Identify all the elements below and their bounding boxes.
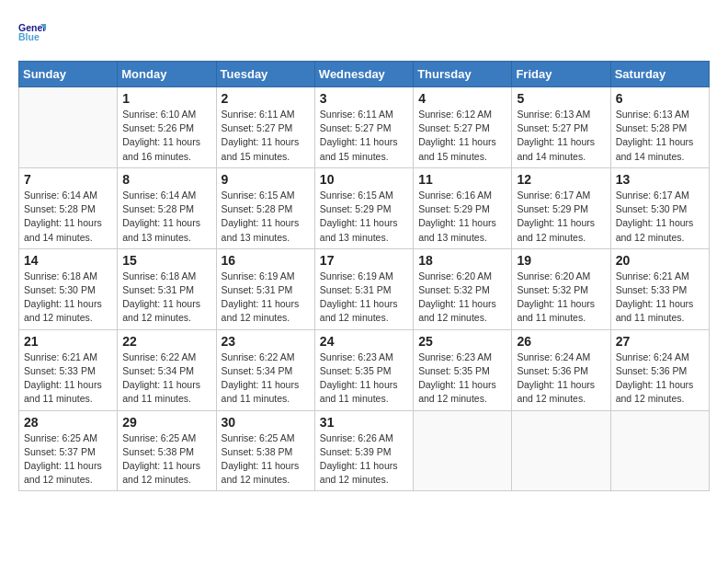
calendar-week-row: 7Sunrise: 6:14 AMSunset: 5:28 PMDaylight… (19, 167, 710, 248)
calendar-day-cell: 3Sunrise: 6:11 AMSunset: 5:27 PMDaylight… (314, 87, 413, 168)
svg-text:Blue: Blue (18, 31, 40, 42)
day-info: Sunrise: 6:14 AMSunset: 5:28 PMDaylight:… (24, 189, 112, 245)
day-info: Sunrise: 6:22 AMSunset: 5:34 PMDaylight:… (222, 350, 310, 407)
calendar-day-cell: 26Sunrise: 6:24 AMSunset: 5:36 PMDayligh… (512, 329, 610, 410)
day-number: 4 (418, 91, 506, 106)
calendar-day-cell (414, 410, 512, 491)
day-number: 28 (24, 415, 112, 430)
day-number: 2 (222, 91, 310, 106)
calendar-day-cell: 17Sunrise: 6:19 AMSunset: 5:31 PMDayligh… (314, 248, 413, 329)
calendar-day-cell: 12Sunrise: 6:17 AMSunset: 5:29 PMDayligh… (512, 167, 610, 248)
calendar-day-cell: 23Sunrise: 6:22 AMSunset: 5:34 PMDayligh… (216, 329, 314, 410)
day-number: 26 (517, 334, 605, 349)
weekday-header-row: SundayMondayTuesdayWednesdayThursdayFrid… (19, 62, 710, 87)
day-info: Sunrise: 6:24 AMSunset: 5:36 PMDaylight:… (616, 350, 704, 407)
day-number: 9 (222, 172, 310, 187)
day-info: Sunrise: 6:20 AMSunset: 5:32 PMDaylight:… (517, 270, 605, 326)
calendar-day-cell: 10Sunrise: 6:15 AMSunset: 5:29 PMDayligh… (314, 167, 413, 248)
day-number: 15 (122, 253, 210, 268)
calendar-body: 1Sunrise: 6:10 AMSunset: 5:26 PMDaylight… (19, 87, 710, 491)
calendar-day-cell: 21Sunrise: 6:21 AMSunset: 5:33 PMDayligh… (19, 329, 118, 410)
calendar-week-row: 1Sunrise: 6:10 AMSunset: 5:26 PMDaylight… (19, 87, 710, 168)
logo-icon: General Blue (18, 18, 46, 46)
day-info: Sunrise: 6:21 AMSunset: 5:33 PMDaylight:… (24, 350, 112, 407)
calendar-day-cell: 9Sunrise: 6:15 AMSunset: 5:28 PMDaylight… (216, 167, 314, 248)
day-info: Sunrise: 6:17 AMSunset: 5:30 PMDaylight:… (616, 189, 704, 245)
weekday-header-cell: Sunday (19, 62, 118, 87)
day-info: Sunrise: 6:16 AMSunset: 5:29 PMDaylight:… (418, 189, 506, 245)
calendar-day-cell (19, 87, 118, 168)
day-number: 29 (122, 415, 210, 430)
day-number: 12 (517, 172, 605, 187)
day-number: 7 (24, 172, 112, 187)
weekday-header-cell: Monday (118, 62, 216, 87)
day-info: Sunrise: 6:22 AMSunset: 5:34 PMDaylight:… (122, 350, 210, 407)
calendar-day-cell: 20Sunrise: 6:21 AMSunset: 5:33 PMDayligh… (610, 248, 709, 329)
day-info: Sunrise: 6:23 AMSunset: 5:35 PMDaylight:… (320, 350, 408, 407)
day-info: Sunrise: 6:13 AMSunset: 5:27 PMDaylight:… (517, 108, 605, 164)
day-number: 25 (418, 334, 506, 349)
calendar-day-cell: 18Sunrise: 6:20 AMSunset: 5:32 PMDayligh… (414, 248, 512, 329)
calendar-day-cell: 2Sunrise: 6:11 AMSunset: 5:27 PMDaylight… (216, 87, 314, 168)
calendar-day-cell: 6Sunrise: 6:13 AMSunset: 5:28 PMDaylight… (610, 87, 709, 168)
calendar-day-cell: 5Sunrise: 6:13 AMSunset: 5:27 PMDaylight… (512, 87, 610, 168)
calendar-day-cell: 24Sunrise: 6:23 AMSunset: 5:35 PMDayligh… (314, 329, 413, 410)
day-info: Sunrise: 6:11 AMSunset: 5:27 PMDaylight:… (320, 108, 408, 164)
day-number: 20 (616, 253, 704, 268)
day-number: 19 (517, 253, 605, 268)
day-number: 21 (24, 334, 112, 349)
day-number: 6 (616, 91, 704, 106)
day-info: Sunrise: 6:19 AMSunset: 5:31 PMDaylight:… (320, 270, 408, 326)
day-number: 16 (222, 253, 310, 268)
calendar-day-cell: 8Sunrise: 6:14 AMSunset: 5:28 PMDaylight… (118, 167, 216, 248)
calendar-day-cell: 29Sunrise: 6:25 AMSunset: 5:38 PMDayligh… (118, 410, 216, 491)
calendar-day-cell: 31Sunrise: 6:26 AMSunset: 5:39 PMDayligh… (314, 410, 413, 491)
calendar-week-row: 28Sunrise: 6:25 AMSunset: 5:37 PMDayligh… (19, 410, 710, 491)
day-info: Sunrise: 6:21 AMSunset: 5:33 PMDaylight:… (616, 270, 704, 326)
day-info: Sunrise: 6:10 AMSunset: 5:26 PMDaylight:… (122, 108, 210, 164)
day-info: Sunrise: 6:12 AMSunset: 5:27 PMDaylight:… (418, 108, 506, 164)
day-info: Sunrise: 6:13 AMSunset: 5:28 PMDaylight:… (616, 108, 704, 164)
calendar-day-cell: 30Sunrise: 6:25 AMSunset: 5:38 PMDayligh… (216, 410, 314, 491)
day-info: Sunrise: 6:24 AMSunset: 5:36 PMDaylight:… (517, 350, 605, 407)
day-info: Sunrise: 6:15 AMSunset: 5:28 PMDaylight:… (222, 189, 310, 245)
day-number: 23 (222, 334, 310, 349)
day-info: Sunrise: 6:18 AMSunset: 5:30 PMDaylight:… (24, 270, 112, 326)
day-number: 3 (320, 91, 408, 106)
day-info: Sunrise: 6:20 AMSunset: 5:32 PMDaylight:… (418, 270, 506, 326)
weekday-header-cell: Saturday (610, 62, 709, 87)
day-info: Sunrise: 6:17 AMSunset: 5:29 PMDaylight:… (517, 189, 605, 245)
day-info: Sunrise: 6:11 AMSunset: 5:27 PMDaylight:… (222, 108, 310, 164)
day-info: Sunrise: 6:15 AMSunset: 5:29 PMDaylight:… (320, 189, 408, 245)
weekday-header-cell: Tuesday (216, 62, 314, 87)
calendar-day-cell: 15Sunrise: 6:18 AMSunset: 5:31 PMDayligh… (118, 248, 216, 329)
day-number: 14 (24, 253, 112, 268)
day-number: 13 (616, 172, 704, 187)
calendar-day-cell: 19Sunrise: 6:20 AMSunset: 5:32 PMDayligh… (512, 248, 610, 329)
day-number: 11 (418, 172, 506, 187)
calendar-day-cell: 25Sunrise: 6:23 AMSunset: 5:35 PMDayligh… (414, 329, 512, 410)
calendar-day-cell: 28Sunrise: 6:25 AMSunset: 5:37 PMDayligh… (19, 410, 118, 491)
day-number: 31 (320, 415, 408, 430)
day-number: 5 (517, 91, 605, 106)
day-info: Sunrise: 6:25 AMSunset: 5:38 PMDaylight:… (122, 431, 210, 488)
calendar-day-cell: 11Sunrise: 6:16 AMSunset: 5:29 PMDayligh… (414, 167, 512, 248)
calendar-day-cell (512, 410, 610, 491)
weekday-header-cell: Friday (512, 62, 610, 87)
weekday-header-cell: Thursday (414, 62, 512, 87)
day-number: 24 (320, 334, 408, 349)
day-info: Sunrise: 6:18 AMSunset: 5:31 PMDaylight:… (122, 270, 210, 326)
day-number: 10 (320, 172, 408, 187)
calendar-day-cell: 14Sunrise: 6:18 AMSunset: 5:30 PMDayligh… (19, 248, 118, 329)
calendar-week-row: 14Sunrise: 6:18 AMSunset: 5:30 PMDayligh… (19, 248, 710, 329)
calendar-table: SundayMondayTuesdayWednesdayThursdayFrid… (18, 61, 710, 491)
calendar-day-cell: 1Sunrise: 6:10 AMSunset: 5:26 PMDaylight… (118, 87, 216, 168)
calendar-day-cell: 13Sunrise: 6:17 AMSunset: 5:30 PMDayligh… (610, 167, 709, 248)
day-number: 30 (222, 415, 310, 430)
day-number: 18 (418, 253, 506, 268)
day-info: Sunrise: 6:26 AMSunset: 5:39 PMDaylight:… (320, 431, 408, 488)
calendar-day-cell (610, 410, 709, 491)
calendar-day-cell: 7Sunrise: 6:14 AMSunset: 5:28 PMDaylight… (19, 167, 118, 248)
day-number: 17 (320, 253, 408, 268)
calendar-day-cell: 22Sunrise: 6:22 AMSunset: 5:34 PMDayligh… (118, 329, 216, 410)
